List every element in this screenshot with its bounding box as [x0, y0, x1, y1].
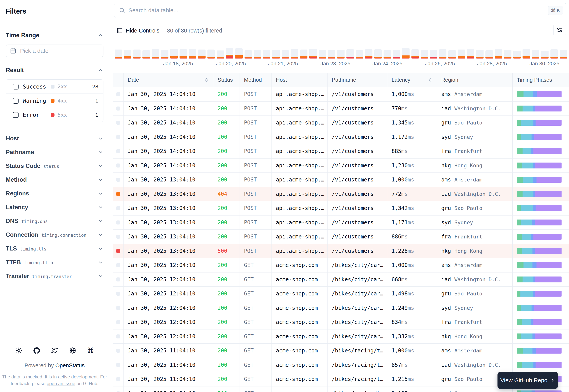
table-row[interactable]: Jan 30, 2025 13:04:10200POSTapi.acme-sho…	[113, 173, 569, 187]
table-row[interactable]: Jan 30, 2025 11:04:10200GETacme-shop.com…	[113, 358, 569, 372]
sidebar-filter-status-code[interactable]: Status Codestatus	[0, 159, 109, 173]
column-header-region[interactable]: Region	[437, 73, 513, 87]
result-filter-row-warning[interactable]: Warning4xx1	[6, 94, 103, 108]
histogram-bar[interactable]	[467, 49, 474, 58]
twitter-icon[interactable]	[51, 347, 58, 354]
histogram-bar[interactable]	[152, 49, 159, 58]
histogram-bar[interactable]	[217, 51, 224, 58]
sort-icon[interactable]	[204, 77, 209, 83]
histogram-bar[interactable]	[384, 50, 391, 58]
histogram-bar[interactable]	[161, 50, 168, 58]
sidebar-filter-dns[interactable]: DNStiming.dns	[0, 214, 109, 228]
sidebar-filter-method[interactable]: Method	[0, 173, 109, 187]
table-row[interactable]: Jan 30, 2025 12:04:10200GETacme-shop.com…	[113, 272, 569, 287]
sidebar-filter-pathname[interactable]: Pathname	[0, 145, 109, 159]
histogram-bar[interactable]	[430, 50, 437, 58]
histogram-bar[interactable]	[448, 50, 456, 58]
histogram-bar[interactable]	[560, 50, 567, 58]
view-github-repo-button[interactable]: View GitHub Repo	[498, 372, 558, 389]
column-header-method[interactable]: Method	[240, 73, 272, 87]
date-picker-input[interactable]: Pick a date	[6, 44, 103, 57]
histogram-bar[interactable]	[282, 50, 289, 58]
histogram-bar[interactable]	[226, 48, 233, 58]
histogram-bar[interactable]	[476, 50, 484, 58]
histogram-bar[interactable]	[170, 49, 178, 58]
histogram-bar[interactable]	[235, 48, 242, 58]
histogram-bar[interactable]	[291, 49, 298, 58]
histogram-bar[interactable]	[124, 50, 131, 58]
theme-toggle-button[interactable]	[15, 347, 22, 354]
table-row[interactable]: Jan 30, 2025 14:04:10200POSTapi.acme-sho…	[113, 101, 569, 116]
histogram-bar[interactable]	[356, 50, 363, 58]
table-row[interactable]: Jan 30, 2025 13:04:10200POSTapi.acme-sho…	[113, 215, 569, 230]
histogram-bar[interactable]	[208, 50, 215, 58]
checkbox[interactable]	[13, 84, 19, 89]
histogram-bar[interactable]	[189, 49, 196, 58]
histogram-bar[interactable]	[458, 50, 465, 58]
table-row[interactable]: Jan 30, 2025 14:04:10200POSTapi.acme-sho…	[113, 116, 569, 130]
histogram-bar[interactable]	[300, 50, 307, 58]
result-filter-row-success[interactable]: Success2xx28	[6, 80, 103, 94]
column-header-latency[interactable]: Latency	[387, 73, 437, 87]
table-row[interactable]: Jan 30, 2025 12:04:10200GETacme-shop.com…	[113, 287, 569, 301]
table-row[interactable]: Jan 30, 2025 13:04:10200POSTapi.acme-sho…	[113, 230, 569, 244]
column-header-pathname[interactable]: Pathname	[328, 73, 387, 87]
column-header-timing-phases[interactable]: Timing Phases	[513, 73, 569, 87]
histogram-bar[interactable]	[495, 49, 502, 58]
table-row[interactable]: Jan 30, 2025 14:04:10200POSTapi.acme-sho…	[113, 144, 569, 158]
histogram-bar[interactable]	[347, 49, 354, 58]
table-row[interactable]: Jan 30, 2025 13:04:10404POSTapi.acme-sho…	[113, 187, 569, 201]
histogram-bar[interactable]	[365, 49, 372, 58]
table-row[interactable]: Jan 30, 2025 12:04:10200GETacme-shop.com…	[113, 315, 569, 329]
checkbox[interactable]	[13, 112, 19, 118]
sidebar-filter-connection[interactable]: Connectiontiming.connection	[0, 228, 109, 242]
histogram-bar[interactable]	[550, 49, 558, 58]
histogram-bar[interactable]	[523, 49, 530, 58]
histogram-bar[interactable]	[504, 50, 511, 58]
table-row[interactable]: Jan 30, 2025 12:04:10200GETacme-shop.com…	[113, 329, 569, 344]
sidebar-filter-transfer[interactable]: Transfertiming.transfer	[0, 269, 109, 283]
histogram-bar[interactable]	[198, 50, 205, 58]
histogram-bar[interactable]	[411, 49, 419, 58]
section-result[interactable]: Result	[0, 66, 109, 74]
histogram-bar[interactable]	[486, 50, 493, 58]
sidebar-filter-latency[interactable]: Latency	[0, 200, 109, 214]
histogram-bar[interactable]	[115, 50, 122, 58]
histogram-bar[interactable]	[513, 51, 521, 58]
histogram-bar[interactable]	[532, 50, 539, 58]
histogram-bar[interactable]	[263, 50, 270, 58]
github-icon[interactable]	[33, 347, 40, 354]
table-row[interactable]: Jan 30, 2025 14:04:10200POSTapi.acme-sho…	[113, 87, 569, 101]
open-issue-link[interactable]: open an issue	[47, 381, 75, 386]
sidebar-filter-ttfb[interactable]: TTFBtiming.ttfb	[0, 255, 109, 269]
sidebar-filter-tls[interactable]: TLStiming.tls	[0, 242, 109, 255]
histogram-bar[interactable]	[421, 50, 428, 58]
table-row[interactable]: Jan 30, 2025 11:04:10200GETacme-shop.com…	[113, 344, 569, 358]
sidebar-filter-host[interactable]: Host	[0, 132, 109, 145]
histogram-bar[interactable]	[328, 50, 335, 58]
globe-icon[interactable]	[69, 347, 76, 354]
table-row[interactable]: Jan 30, 2025 14:04:10200POSTapi.acme-sho…	[113, 130, 569, 144]
histogram-bar[interactable]	[133, 50, 140, 58]
section-time-range[interactable]: Time Range	[0, 31, 109, 40]
checkbox[interactable]	[13, 98, 19, 104]
column-header-status[interactable]: Status	[213, 73, 240, 87]
result-filter-row-error[interactable]: Error5xx1	[6, 108, 103, 122]
hide-controls-button[interactable]: Hide Controls	[117, 28, 159, 34]
table-row[interactable]: Jan 30, 2025 12:04:10200GETacme-shop.com…	[113, 301, 569, 315]
histogram-bar[interactable]	[393, 50, 400, 58]
sidebar-filter-regions[interactable]: Regions	[0, 187, 109, 200]
column-header-select[interactable]	[113, 73, 124, 87]
histogram-bar[interactable]	[439, 49, 446, 58]
histogram-bar[interactable]	[254, 50, 261, 58]
command-icon[interactable]: ⌘	[87, 347, 94, 354]
column-header-date[interactable]: Date	[124, 73, 213, 87]
table-row[interactable]: Jan 30, 2025 14:04:10200POSTapi.acme-sho…	[113, 158, 569, 173]
histogram-bar[interactable]	[541, 51, 548, 58]
table-row[interactable]: Jan 30, 2025 13:04:10200POSTapi.acme-sho…	[113, 201, 569, 215]
table-row[interactable]: Jan 30, 2025 12:04:10200GETacme-shop.com…	[113, 258, 569, 272]
histogram-bar[interactable]	[402, 48, 409, 58]
histogram-bar[interactable]	[337, 50, 345, 58]
openstatus-link[interactable]: OpenStatus	[56, 362, 85, 368]
histogram-bar[interactable]	[319, 50, 326, 58]
